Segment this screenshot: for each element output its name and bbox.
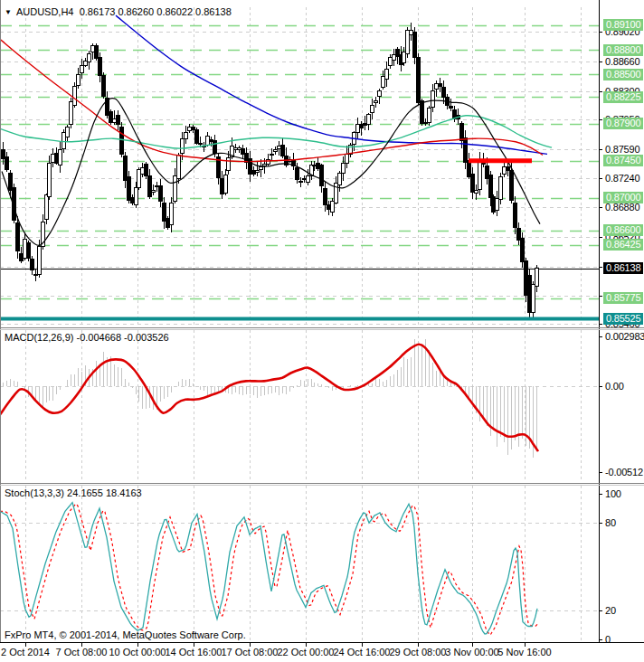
price-level-badge: 0.87900 xyxy=(603,118,643,129)
macd-signal-line xyxy=(0,345,538,451)
price-tick-label: 0.87240 xyxy=(605,173,639,184)
macd-histogram xyxy=(4,339,537,459)
price-tick-label: 0.86880 xyxy=(605,202,639,213)
date-label: 3 Nov 00:00 xyxy=(445,647,498,657)
stoch-label: Stoch(13,3,3) 24.1655 18.4163 xyxy=(5,487,142,499)
price-level-badge: 0.88225 xyxy=(603,91,643,103)
macd-label: MACD(12,26,9) -0.004668 -0.003526 xyxy=(5,332,169,344)
chart-canvas[interactable] xyxy=(0,0,644,662)
price-level-badge: 0.85525 xyxy=(603,313,643,325)
price-level-badge: 0.86425 xyxy=(603,239,643,251)
date-label: 5 Nov 16:00 xyxy=(497,647,551,657)
date-label: 17 Oct 08:00 xyxy=(222,647,279,657)
macd-axis-label: -0.00512 xyxy=(605,467,643,478)
price-level-badge: 0.85775 xyxy=(603,292,643,304)
macd-axis-label: 0.002983 xyxy=(605,331,644,343)
price-level-badge: 0.88500 xyxy=(603,69,643,80)
price-tick-label: 0.88660 xyxy=(605,56,639,68)
price-level-badge: 0.89100 xyxy=(603,19,643,31)
current-price-badge: 0.86138 xyxy=(603,262,643,274)
date-label: 7 Oct 08:00 xyxy=(56,647,108,657)
date-label: 24 Oct 16:00 xyxy=(334,647,391,657)
macd-axis-label: 0.00 xyxy=(605,381,624,392)
symbol-dropdown-icon: ▼ xyxy=(5,8,12,16)
price-level-badge: 0.87000 xyxy=(603,192,643,203)
symbol-period-label: AUDUSD,H4 xyxy=(16,6,74,17)
stoch-axis-label: 0 xyxy=(605,634,611,646)
stoch-axis-label: 80 xyxy=(605,517,616,529)
stoch-axis-label: 100 xyxy=(605,488,621,500)
ohlc-values: 0.86173 0.86260 0.86022 0.86138 xyxy=(80,6,232,17)
stoch-axis-label: 20 xyxy=(605,605,616,617)
mt4-chart-window: ▼AUDUSD,H4 0.86173 0.86260 0.86022 0.861… xyxy=(0,0,644,662)
ma-mid-green xyxy=(0,116,552,148)
date-label: 2 Oct 2014 xyxy=(1,647,50,657)
date-label: 29 Oct 08:00 xyxy=(390,647,447,657)
price-tick-label: 0.87590 xyxy=(605,144,639,156)
date-label: 10 Oct 00:00 xyxy=(109,647,166,657)
copyright-label: FxPro MT4, © 2001-2014, MetaQuotes Softw… xyxy=(5,629,246,641)
price-level-badge: 0.87450 xyxy=(603,155,643,166)
price-level-badge: 0.88800 xyxy=(603,44,643,56)
date-label: 22 Oct 00:00 xyxy=(278,647,335,657)
date-label: 14 Oct 16:00 xyxy=(166,647,223,657)
ma-long-blue xyxy=(116,15,547,154)
price-level-badge: 0.86600 xyxy=(603,224,643,236)
chart-title: ▼AUDUSD,H4 0.86173 0.86260 0.86022 0.861… xyxy=(5,6,232,18)
stoch-main-line xyxy=(0,503,537,634)
